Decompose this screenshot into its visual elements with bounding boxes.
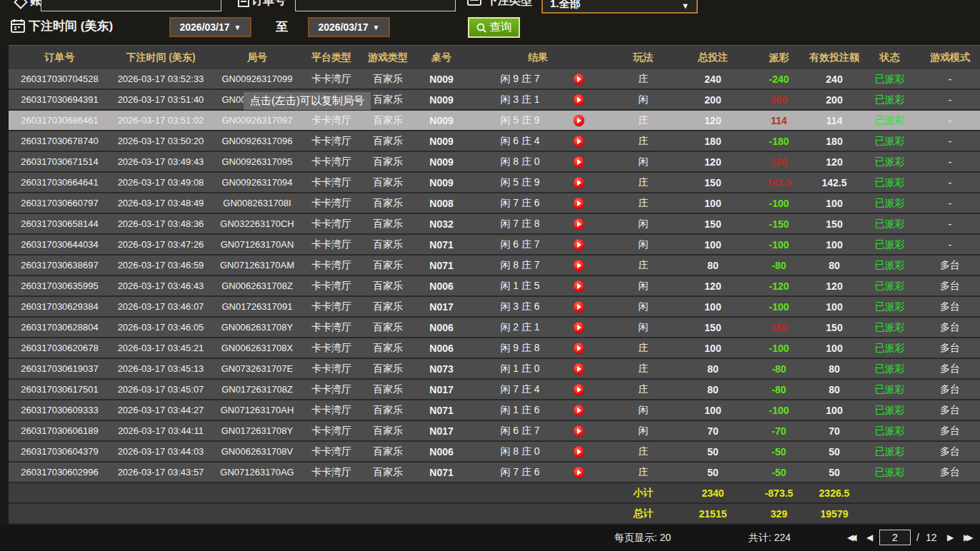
play-video-icon[interactable] [574, 363, 584, 375]
col-bet-time: 下注时间 (美东) [111, 51, 211, 64]
table-row[interactable]: 2603170306715142026-03-17 03:49:43GN0092… [9, 152, 980, 173]
game-id-cell[interactable]: GN0062631708V [211, 446, 304, 457]
bet-type-icon [467, 0, 481, 6]
play-video-icon[interactable] [574, 156, 584, 168]
table-row[interactable]: 2603170306061892026-03-17 03:44:11GN0172… [9, 421, 980, 442]
play-video-icon[interactable] [574, 260, 584, 271]
game-id-cell[interactable]: GN00926317096 [211, 136, 304, 146]
table-row[interactable]: 2603170306607972026-03-17 03:48:49GN0082… [9, 193, 980, 214]
table-no-cell: N006 [416, 280, 466, 292]
grandtotal-row-label: 总计 [609, 507, 677, 520]
payout-cell: -70 [749, 425, 809, 437]
next-page-icon[interactable]: ▶ [947, 525, 954, 551]
play-video-icon[interactable] [574, 425, 584, 437]
first-page-icon[interactable]: ◀◀ [847, 525, 853, 551]
game-id-cell[interactable]: GN071263170AH [211, 405, 304, 415]
order-cell: 260317030606189 [9, 425, 111, 436]
game-id-cell[interactable]: GN0062631708Y [211, 322, 304, 333]
game-type-cell: 百家乐 [359, 321, 416, 334]
search-button[interactable]: 查询 [468, 17, 520, 38]
table-row[interactable]: 2603170306787402026-03-17 03:50:20GN0092… [9, 131, 980, 152]
subtotal-row-label: 小计 [609, 487, 677, 500]
game-id-cell[interactable]: GN01726317091 [211, 301, 304, 312]
bet-type-select[interactable]: 1.全部 ▼ [541, 0, 698, 14]
game-mode-cell: 多台 [920, 280, 980, 293]
table-row[interactable]: 2603170306581442026-03-17 03:48:36GN0322… [9, 214, 980, 235]
play-video-icon[interactable] [574, 446, 584, 458]
table-row[interactable]: 2603170306093332026-03-17 03:44:27GN0712… [9, 400, 980, 421]
table-row[interactable]: 2603170306359952026-03-17 03:46:43GN0062… [9, 276, 980, 297]
records-total-label: 共计: 224 [749, 525, 791, 551]
bet-time-cell: 2026-03-17 03:47:26 [111, 239, 211, 250]
game-id-cell[interactable]: GN032263170CH [211, 218, 304, 229]
play-video-icon[interactable] [574, 239, 584, 251]
play-video-icon[interactable] [574, 74, 584, 85]
last-page-icon[interactable]: ▶▶ [964, 525, 969, 551]
grandtotal-row: 总计2151532919579 [9, 504, 980, 525]
table-row[interactable]: 2603170306943912026-03-17 03:51:40GN0092… [9, 90, 980, 111]
table-row[interactable]: 2603170306288042026-03-17 03:46:05GN0062… [9, 318, 980, 338]
order-cell: 260317030644034 [9, 239, 111, 250]
table-row[interactable]: 2603170306206782026-03-17 03:45:21GN0062… [9, 338, 980, 359]
game-id-cell[interactable]: GN0172631708Y [211, 425, 304, 436]
play-video-icon[interactable] [574, 322, 584, 333]
date-from-picker[interactable]: 2026/03/17 ▼ [169, 17, 251, 37]
status-cell: 已派彩 [859, 383, 920, 396]
bet-side-cell: 庄 [609, 135, 677, 148]
table-row[interactable]: 2603170306175012026-03-17 03:45:07GN0172… [9, 380, 980, 400]
game-id-cell[interactable]: GN00926317097 [211, 115, 304, 126]
status-cell: 已派彩 [859, 466, 920, 479]
table-row[interactable]: 2603170306190372026-03-17 03:45:13GN0732… [9, 359, 980, 380]
play-video-icon[interactable] [574, 198, 584, 209]
play-video-icon[interactable] [574, 280, 584, 292]
table-row[interactable]: 2603170306864612026-03-17 03:51:02GN0092… [9, 111, 980, 131]
game-id-cell[interactable]: GN00926317099 [211, 74, 304, 84]
table-row[interactable]: 2603170306293842026-03-17 03:46:07GN0172… [9, 297, 980, 318]
play-video-icon[interactable] [574, 384, 584, 395]
game-id-cell[interactable]: GN071263170AN [211, 239, 304, 250]
order-input[interactable] [295, 0, 456, 11]
game-type-cell: 百家乐 [359, 425, 416, 438]
game-id-cell[interactable]: GN0082631708I [211, 198, 304, 208]
table-row[interactable]: 2603170306029962026-03-17 03:43:57GN0712… [9, 462, 980, 483]
table-row[interactable]: 2603170306646412026-03-17 03:49:08GN0092… [9, 173, 980, 193]
page-number-input[interactable] [879, 530, 911, 545]
game-id-cell[interactable]: GN071263170AM [211, 260, 304, 271]
order-cell: 260317030602996 [9, 467, 111, 477]
game-id-cell[interactable]: GN0732631707E [211, 363, 304, 374]
play-video-icon[interactable] [574, 218, 584, 230]
result-text: 闲 6 庄 7 [466, 425, 574, 438]
play-video-icon[interactable] [574, 301, 584, 313]
grandtotal-row-valid-bet: 19579 [809, 508, 859, 520]
platform-cell: 卡卡湾厅 [304, 135, 359, 148]
play-video-icon[interactable] [574, 136, 584, 147]
play-video-icon[interactable] [574, 94, 584, 106]
game-id-cell[interactable]: GN071263170AG [211, 467, 304, 477]
total-bet-cell: 150 [677, 218, 749, 230]
total-pages-label: 12 [926, 525, 937, 551]
status-cell: 已派彩 [859, 218, 920, 231]
date-to-picker[interactable]: 2026/03/17 ▼ [308, 17, 390, 37]
table-row[interactable]: 2603170306043792026-03-17 03:44:03GN0062… [9, 442, 980, 462]
play-video-icon[interactable] [574, 115, 584, 126]
play-video-icon[interactable] [574, 343, 584, 354]
account-input[interactable] [41, 0, 221, 11]
prev-page-icon[interactable]: ◀ [866, 525, 873, 551]
table-row[interactable]: 2603170306440342026-03-17 03:47:26GN0712… [9, 235, 980, 256]
game-id-cell[interactable]: GN0062631708Z [211, 280, 304, 291]
play-video-icon[interactable] [574, 467, 584, 478]
table-row[interactable]: 2603170307045282026-03-17 03:52:33GN0092… [9, 69, 980, 90]
play-video-icon[interactable] [574, 405, 584, 416]
game-type-cell: 百家乐 [359, 73, 416, 86]
status-cell: 已派彩 [859, 363, 920, 375]
game-id-cell[interactable]: GN0062631708X [211, 343, 304, 353]
game-mode-cell: 多台 [920, 445, 980, 458]
col-game-type: 游戏类型 [359, 51, 416, 64]
game-mode-cell: - [920, 115, 980, 126]
play-video-icon[interactable] [574, 177, 584, 188]
game-id-cell[interactable]: GN00926317095 [211, 156, 304, 167]
table-no-cell: N071 [416, 467, 466, 478]
table-row[interactable]: 2603170306386972026-03-17 03:46:59GN0712… [9, 256, 980, 276]
game-id-cell[interactable]: GN0172631708Z [211, 384, 304, 395]
game-id-cell[interactable]: GN00926317094 [211, 177, 304, 188]
